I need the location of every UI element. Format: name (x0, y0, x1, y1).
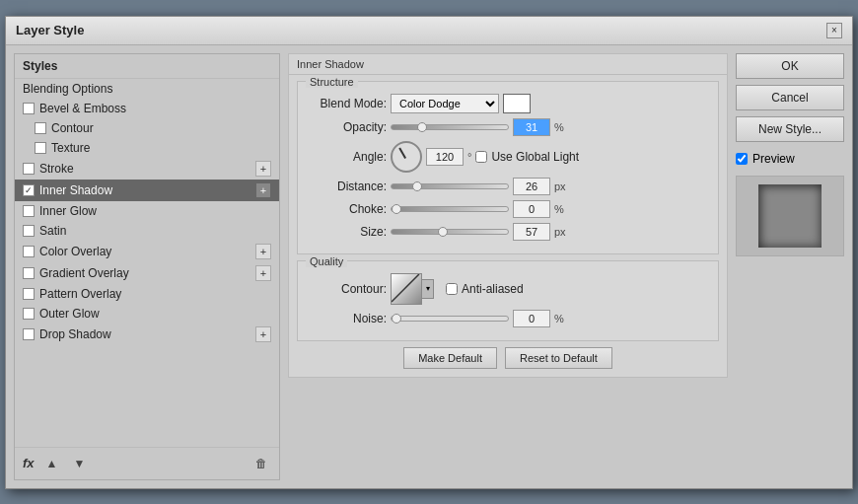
size-label: Size: (308, 225, 387, 239)
angle-input[interactable] (426, 148, 464, 166)
size-slider[interactable] (391, 229, 509, 235)
stroke-plus-button[interactable]: + (255, 161, 271, 177)
choke-input[interactable] (513, 200, 550, 218)
sidebar-item-stroke[interactable]: Stroke + (15, 158, 279, 180)
noise-thumb[interactable] (392, 314, 401, 324)
choke-label: Choke: (308, 202, 387, 216)
sidebar-item-inner-glow[interactable]: Inner Glow (15, 201, 279, 221)
stroke-label: Stroke (39, 162, 74, 176)
gradient-overlay-checkbox[interactable] (23, 267, 35, 279)
drop-shadow-label: Drop Shadow (39, 327, 111, 341)
opacity-input[interactable] (513, 118, 550, 136)
reset-to-default-button[interactable]: Reset to Default (505, 347, 612, 369)
color-overlay-plus-button[interactable]: + (255, 244, 271, 259)
contour-label: Contour (51, 121, 94, 135)
anti-aliased-checkbox[interactable] (446, 283, 458, 295)
cancel-button[interactable]: Cancel (736, 85, 844, 110)
satin-checkbox[interactable] (23, 225, 35, 237)
inner-shadow-checkbox[interactable]: ✓ (23, 184, 35, 196)
inner-shadow-plus-button[interactable]: + (255, 182, 271, 198)
use-global-light-label[interactable]: Use Global Light (475, 150, 579, 164)
contour-thumbnail[interactable] (391, 273, 422, 305)
inner-shadow-section-title: Inner Shadow (289, 54, 727, 75)
choke-thumb[interactable] (392, 204, 401, 214)
blending-options-label: Blending Options (23, 82, 112, 96)
choke-unit: % (554, 203, 564, 215)
close-button[interactable]: × (826, 23, 842, 38)
make-default-button[interactable]: Make Default (403, 347, 497, 369)
sidebar-item-satin[interactable]: Satin (15, 221, 279, 241)
angle-label: Angle: (308, 150, 387, 164)
new-style-button[interactable]: New Style... (736, 116, 844, 142)
size-unit: px (554, 226, 566, 238)
preview-label: Preview (752, 152, 795, 166)
contour-quality-label: Contour: (308, 282, 387, 296)
pattern-overlay-label: Pattern Overlay (39, 287, 121, 301)
preview-checkbox[interactable] (736, 153, 748, 165)
color-overlay-label: Color Overlay (39, 245, 111, 258)
center-panel: Inner Shadow Structure Blend Mode: Color… (288, 53, 728, 480)
left-panel: Styles Blending Options Bevel & Emboss C… (14, 53, 280, 480)
drop-shadow-plus-button[interactable]: + (255, 326, 271, 342)
use-global-light-checkbox[interactable] (475, 151, 487, 163)
size-input[interactable] (513, 223, 550, 241)
stroke-checkbox[interactable] (23, 163, 35, 175)
distance-input[interactable] (513, 178, 550, 195)
distance-label: Distance: (308, 180, 387, 193)
ok-button[interactable]: OK (736, 53, 844, 79)
sidebar-item-gradient-overlay[interactable]: Gradient Overlay + (15, 262, 279, 284)
anti-aliased-label[interactable]: Anti-aliased (446, 282, 524, 296)
opacity-label: Opacity: (308, 120, 387, 134)
bevel-emboss-checkbox[interactable] (23, 103, 35, 114)
distance-unit: px (554, 180, 566, 192)
noise-slider[interactable] (391, 316, 509, 322)
delete-button[interactable]: 🗑 (251, 454, 271, 473)
noise-input[interactable] (513, 310, 550, 327)
pattern-overlay-checkbox[interactable] (23, 288, 35, 300)
distance-thumb[interactable] (412, 181, 422, 191)
angle-dial[interactable] (391, 141, 422, 173)
contour-row: Contour: ▾ An (308, 273, 708, 305)
contour-dropdown[interactable]: ▾ (422, 279, 434, 299)
dialog-title: Layer Style (16, 23, 84, 37)
sidebar-item-inner-shadow[interactable]: ✓ Inner Shadow + (15, 180, 279, 201)
sidebar-item-outer-glow[interactable]: Outer Glow (15, 304, 279, 324)
drop-shadow-checkbox[interactable] (23, 328, 35, 340)
inner-glow-checkbox[interactable] (23, 205, 35, 217)
blend-mode-select[interactable]: Color Dodge Normal Multiply Screen (391, 94, 499, 113)
opacity-slider[interactable] (391, 124, 509, 130)
opacity-row: Opacity: % (308, 118, 708, 136)
fx-label: fx (23, 456, 35, 470)
preview-inner (758, 184, 822, 248)
sidebar-item-pattern-overlay[interactable]: Pattern Overlay (15, 284, 279, 304)
outer-glow-checkbox[interactable] (23, 308, 35, 320)
sidebar-item-color-overlay[interactable]: Color Overlay + (15, 241, 279, 262)
sidebar-item-drop-shadow[interactable]: Drop Shadow + (15, 324, 279, 345)
noise-unit: % (554, 313, 564, 324)
angle-unit: ° (467, 151, 471, 163)
styles-header: Styles (15, 54, 279, 79)
opacity-unit: % (554, 121, 564, 133)
opacity-thumb[interactable] (417, 122, 427, 132)
sidebar-item-blending-options[interactable]: Blending Options (15, 79, 279, 99)
sidebar-item-bevel-emboss[interactable]: Bevel & Emboss (15, 99, 279, 118)
satin-label: Satin (39, 224, 66, 238)
contour-curve-icon (392, 274, 421, 304)
move-down-button[interactable]: ▼ (70, 454, 90, 473)
preview-area (736, 176, 844, 256)
size-row: Size: px (308, 223, 708, 241)
gradient-overlay-plus-button[interactable]: + (255, 265, 271, 281)
color-overlay-checkbox[interactable] (23, 246, 35, 257)
size-thumb[interactable] (438, 227, 448, 237)
texture-checkbox[interactable] (35, 142, 46, 154)
choke-slider[interactable] (391, 206, 509, 212)
move-up-button[interactable]: ▲ (42, 454, 62, 473)
blend-mode-color-swatch[interactable] (503, 94, 531, 113)
distance-slider[interactable] (391, 183, 509, 189)
contour-checkbox[interactable] (35, 122, 46, 134)
quality-label: Quality (306, 255, 347, 267)
sidebar-item-contour[interactable]: Contour (15, 118, 279, 138)
sidebar-item-texture[interactable]: Texture (15, 138, 279, 158)
inner-shadow-section: Inner Shadow Structure Blend Mode: Color… (288, 53, 728, 378)
distance-row: Distance: px (308, 178, 708, 195)
